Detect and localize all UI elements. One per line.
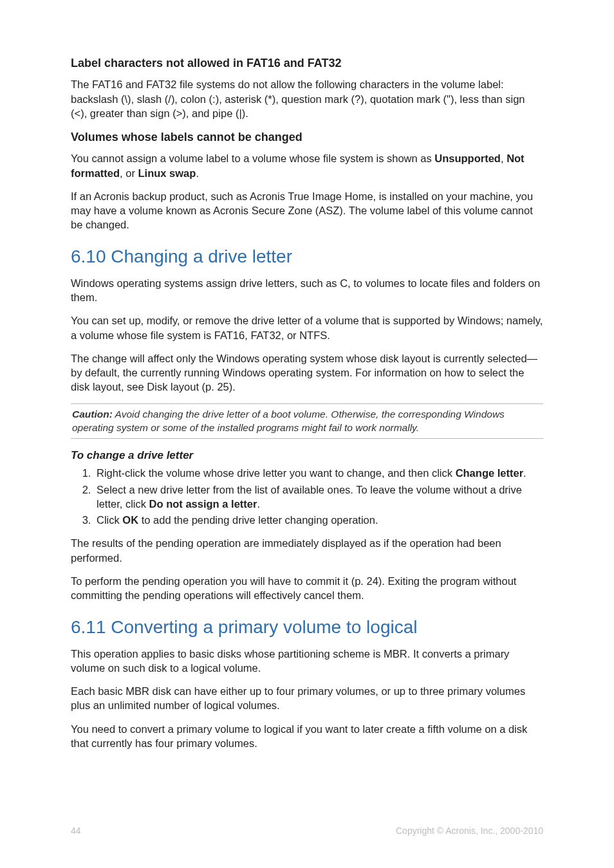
text: Click — [97, 514, 122, 526]
text: to add the pending drive letter changing… — [138, 514, 378, 526]
ui-ok: OK — [122, 514, 138, 526]
list-item: Click OK to add the pending drive letter… — [94, 513, 543, 527]
list-item: Select a new drive letter from the list … — [94, 483, 543, 512]
ui-do-not-assign: Do not assign a letter — [149, 498, 257, 510]
caution-body: Avoid changing the drive letter of a boo… — [72, 409, 505, 433]
term-unsupported: Unsupported — [434, 152, 501, 164]
list-item: Right-click the volume whose drive lette… — [94, 466, 543, 480]
text: You cannot assign a volume label to a vo… — [71, 152, 434, 164]
paragraph: You cannot assign a volume label to a vo… — [71, 151, 543, 180]
text: Right-click the volume whose drive lette… — [97, 467, 456, 479]
paragraph: The results of the pending operation are… — [71, 536, 543, 565]
text: . — [196, 167, 199, 179]
paragraph: If an Acronis backup product, such as Ac… — [71, 189, 543, 232]
text: . — [257, 498, 260, 510]
procedure-steps: Right-click the volume whose drive lette… — [71, 466, 543, 527]
heading-6-11: 6.11 Converting a primary volume to logi… — [71, 617, 543, 638]
text: . — [523, 467, 526, 479]
paragraph: Each basic MBR disk can have either up t… — [71, 684, 543, 713]
caution-callout: Caution: Avoid changing the drive letter… — [71, 403, 543, 439]
paragraph: You can set up, modify, or remove the dr… — [71, 313, 543, 342]
copyright-text: Copyright © Acronis, Inc., 2000-2010 — [396, 826, 543, 836]
page-footer: 44 Copyright © Acronis, Inc., 2000-2010 — [71, 826, 543, 836]
paragraph: Windows operating systems assign drive l… — [71, 276, 543, 305]
heading-6-10: 6.10 Changing a drive letter — [71, 246, 543, 267]
paragraph: This operation applies to basic disks wh… — [71, 647, 543, 676]
heading-labels-cannot-change: Volumes whose labels cannot be changed — [71, 129, 543, 145]
paragraph: You need to convert a primary volume to … — [71, 722, 543, 751]
paragraph: The FAT16 and FAT32 file systems do not … — [71, 77, 543, 120]
page-number: 44 — [71, 826, 81, 836]
document-page: Label characters not allowed in FAT16 an… — [0, 0, 614, 868]
term-linux-swap: Linux swap — [138, 167, 196, 179]
caution-label: Caution: — [72, 409, 113, 420]
paragraph: To perform the pending operation you wil… — [71, 574, 543, 603]
text: , or — [120, 167, 138, 179]
heading-fat-label-chars: Label characters not allowed in FAT16 an… — [71, 55, 543, 71]
text: , — [501, 152, 507, 164]
ui-change-letter: Change letter — [456, 467, 523, 479]
procedure-heading: To change a drive letter — [71, 449, 543, 462]
paragraph: The change will affect only the Windows … — [71, 351, 543, 394]
